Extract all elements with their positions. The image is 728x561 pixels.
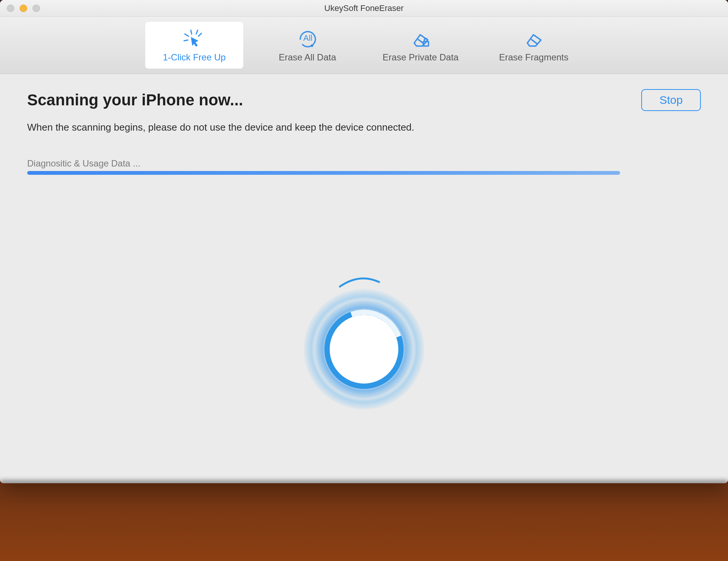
heading-row: Scanning your iPhone now... Stop: [27, 89, 701, 111]
window-controls: [0, 5, 40, 12]
svg-line-0: [191, 30, 192, 34]
svg-point-6: [311, 44, 313, 47]
stop-button[interactable]: Stop: [641, 89, 701, 111]
eraser-lock-icon: [407, 28, 434, 48]
svg-text:All: All: [303, 33, 312, 43]
stop-button-label: Stop: [659, 94, 683, 106]
svg-line-2: [185, 34, 189, 36]
titlebar: UkeySoft FoneEraser: [0, 0, 728, 17]
close-dot[interactable]: [7, 5, 14, 12]
zoom-dot[interactable]: [32, 5, 40, 12]
tab-label: 1-Click Free Up: [163, 52, 226, 63]
tab-erase-all-data[interactable]: All Erase All Data: [258, 22, 356, 69]
tab-1-click-free-up[interactable]: 1-Click Free Up: [145, 22, 243, 69]
progress-label: Diagnositic & Usage Data ...: [27, 158, 701, 169]
progress-bar: [27, 171, 620, 175]
erase-all-icon: All: [294, 28, 321, 48]
window-shadow: [0, 480, 728, 483]
svg-line-1: [196, 30, 198, 34]
spinner-wisp-icon: [337, 275, 382, 290]
eraser-icon: [521, 28, 547, 48]
page-heading: Scanning your iPhone now...: [27, 91, 243, 109]
progress-fill: [27, 171, 620, 175]
svg-line-9: [531, 39, 537, 44]
svg-line-3: [198, 33, 201, 36]
tab-erase-fragments[interactable]: Erase Fragments: [485, 22, 583, 69]
scan-spinner: [296, 281, 432, 417]
app-window: UkeySoft FoneEraser 1-Click Free Up: [0, 0, 728, 483]
svg-line-4: [184, 40, 188, 41]
tab-erase-private-data[interactable]: Erase Private Data: [372, 22, 470, 69]
toolbar: 1-Click Free Up All Erase All Data: [0, 17, 728, 74]
window-title: UkeySoft FoneEraser: [0, 3, 728, 13]
progress-section: Diagnositic & Usage Data ...: [27, 158, 701, 175]
minimize-dot[interactable]: [20, 5, 27, 12]
tab-label: Erase All Data: [279, 52, 336, 63]
page-subheading: When the scanning begins, please do not …: [27, 122, 701, 133]
main-content: Scanning your iPhone now... Stop When th…: [0, 74, 728, 483]
tab-label: Erase Private Data: [382, 52, 458, 63]
tab-label: Erase Fragments: [499, 52, 568, 63]
cursor-click-icon: [181, 28, 207, 48]
